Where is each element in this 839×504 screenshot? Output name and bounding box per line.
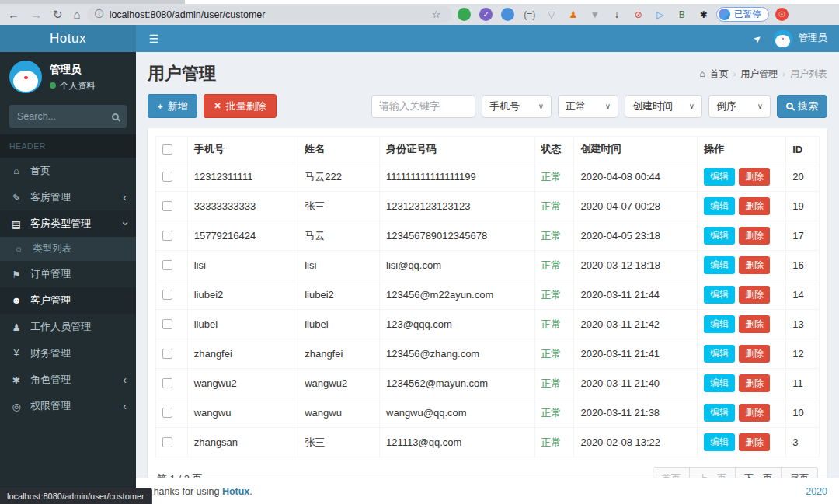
edit-button[interactable]: 编辑 [704,315,735,333]
edit-button[interactable]: 编辑 [704,345,735,363]
flash-block-icon[interactable]: ⊘ [632,8,645,21]
edit-button[interactable]: 编辑 [704,286,735,304]
page-btn-first[interactable]: 首页 [653,467,690,478]
keyword-input[interactable] [371,95,475,118]
bookmark-star-icon[interactable]: ☆ [432,9,441,20]
sidebar-item-roles[interactable]: ✱角色管理‹ [0,367,136,393]
sort-order-select[interactable]: 倒序∨ [708,95,771,118]
delete-button[interactable]: 删除 [739,227,770,245]
status-select[interactable]: 正常∨ [558,95,618,118]
pinwheel-icon[interactable]: ✱ [697,8,710,21]
profile-switcher-icon[interactable]: ☉ [775,8,789,21]
brand-logo[interactable]: Hotux [0,25,136,52]
search-icon[interactable] [112,113,119,120]
row-checkbox[interactable] [162,201,172,211]
phone-cell: zhangsan [187,428,298,457]
sidebar-item-permissions[interactable]: ◎权限管理‹ [0,393,136,419]
search-icon [786,103,793,109]
sidebar-item-customers[interactable]: ☻客户管理 [0,287,136,314]
row-checkbox[interactable] [162,437,172,447]
sidebar-item-label: 客房管理 [30,190,71,204]
adblock-icon[interactable] [458,8,471,21]
sidebar-item-staff[interactable]: ♟工作人员管理 [0,314,136,340]
sidebar-item-finance[interactable]: ¥财务管理 [0,340,136,367]
row-checkbox[interactable] [162,408,172,418]
phone-cell: lisi [187,251,298,280]
delete-button[interactable]: 删除 [739,256,770,274]
select-all-checkbox[interactable] [162,144,172,155]
edit-button[interactable]: 编辑 [704,227,735,245]
breadcrumb-home[interactable]: 首页 [710,68,729,81]
id-cell: 12 [786,339,820,369]
checker-icon[interactable]: ✓ [479,8,493,21]
row-checkbox[interactable] [162,231,172,241]
search-field-select[interactable]: 手机号∨ [482,95,552,118]
phone-cell: 33333333333 [187,192,298,221]
site-info-icon[interactable]: ⓘ [95,8,104,21]
play-icon[interactable]: ▷ [653,8,667,21]
send-icon[interactable]: ➤ [751,32,764,45]
search-button[interactable]: 搜索 [777,95,827,118]
user-status[interactable]: 个人资料 [50,80,96,92]
sidebar-item-room-types[interactable]: ▤客房类型管理‹ [0,210,136,237]
delete-button[interactable]: 删除 [739,345,770,363]
delete-button[interactable]: 删除 [739,315,770,333]
delete-button[interactable]: 删除 [739,286,770,304]
reload-icon[interactable]: ↻ [53,9,63,20]
delete-button[interactable]: 删除 [739,168,770,186]
sidebar-search-input[interactable]: Search... [9,105,127,128]
select-all-header-cell [156,137,188,162]
navbar-user-menu[interactable]: 管理员 [774,30,828,48]
delete-button[interactable]: 删除 [739,197,770,215]
edit-button[interactable]: 编辑 [704,256,735,274]
edit-button[interactable]: 编辑 [704,374,735,392]
proxy-icon[interactable]: (=) [523,8,536,21]
person-badge-icon[interactable]: ♟ [566,8,580,21]
caret-icon[interactable]: ▼ [588,8,601,21]
row-checkbox[interactable] [162,378,172,388]
row-checkbox[interactable] [162,319,172,329]
table-row: wangwu2wangwu21234562@mayun.com正常2020-03… [156,369,820,398]
sidebar-toggle-icon[interactable]: ☰ [136,25,172,52]
sidebar-item-type-list[interactable]: ○类型列表 [0,237,136,261]
id-cell: 10 [786,398,820,428]
page-btn-last[interactable]: 尾页 [781,467,818,478]
add-button[interactable]: + 新增 [148,94,197,118]
edit-button[interactable]: 编辑 [704,404,735,422]
actions-cell: 编辑删除 [698,221,786,251]
breadcrumb-user-list[interactable]: 用户列表 [790,68,827,81]
back-icon[interactable]: ← [8,9,19,20]
sort-field-select[interactable]: 创建时间∨ [625,95,702,118]
delete-button[interactable]: 删除 [739,374,770,392]
sidebar-item-rooms[interactable]: ✎客房管理‹ [0,184,136,210]
link-status-tooltip: localhost:8080/admin/user/customer [0,488,152,504]
breadcrumb-user-management[interactable]: 用户管理 [740,68,778,81]
home-icon[interactable]: ⌂ [74,9,81,20]
footer-brand-link[interactable]: Hotux [222,486,249,497]
download-icon[interactable]: ↓ [610,8,623,21]
idcard-cell: 123123123123123 [380,192,535,221]
edit-button[interactable]: 编辑 [704,197,735,215]
batch-delete-button[interactable]: ✕ 批量删除 [204,94,276,118]
app-footer: Thanks for using Hotux. 2020 [136,478,839,504]
row-checkbox[interactable] [162,349,172,359]
edit-button[interactable]: 编辑 [704,433,735,451]
edit-button[interactable]: 编辑 [704,168,735,186]
sidebar-item-orders[interactable]: ⚑订单管理 [0,261,136,287]
sidebar-item-home[interactable]: ⌂首页 [0,158,136,184]
page-btn-prev[interactable]: 上一页 [689,467,736,478]
delete-button[interactable]: 删除 [739,433,770,451]
forward-icon[interactable]: → [30,9,42,20]
actions-cell: 编辑删除 [698,192,786,221]
letter-b-icon[interactable]: B [675,8,688,21]
row-checkbox[interactable] [162,260,172,270]
globe-icon[interactable] [501,8,514,21]
delete-button[interactable]: 删除 [739,404,770,422]
shield-icon[interactable]: ▽ [545,8,558,21]
browser-profile-pill[interactable]: 已暂停 [716,7,769,22]
row-checkbox[interactable] [162,172,172,182]
address-bar[interactable]: ⓘ localhost:8080/admin/user/customer [87,6,452,23]
row-checkbox[interactable] [162,290,172,300]
page-btn-next[interactable]: 下一页 [735,467,782,478]
url-text[interactable]: localhost:8080/admin/user/customer [110,9,444,20]
